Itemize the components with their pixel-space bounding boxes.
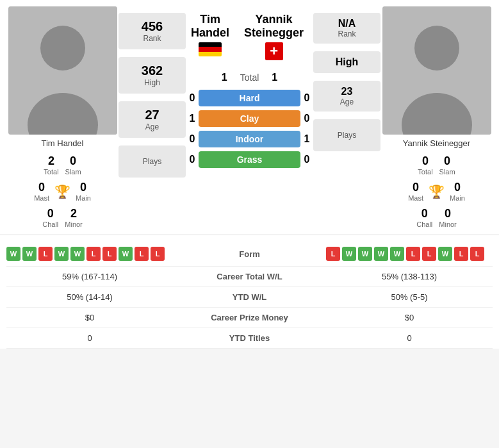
form-badge: W xyxy=(70,247,85,261)
player2-plays-lbl: Plays xyxy=(338,131,356,140)
form-badge: W xyxy=(6,247,20,261)
player1-mast-lbl: Mast xyxy=(34,194,49,202)
form-badge: L xyxy=(454,247,468,261)
stat-row: 59% (167-114) Career Total W/L 55% (138-… xyxy=(6,267,493,287)
form-badge: W xyxy=(342,247,356,261)
player2-slam-cell: 0 Slam xyxy=(439,154,455,176)
total-row: 1 Total 1 xyxy=(222,72,277,83)
player2-trophy-icon: 🏆 xyxy=(429,184,445,199)
player1-minor-cell: 2 Minor xyxy=(65,207,83,228)
player2-slam-val: 0 xyxy=(439,154,455,168)
svg-point-1 xyxy=(40,26,85,71)
stat-row: 50% (14-14) YTD W/L 50% (5-5) xyxy=(6,287,493,308)
hard-badge: Hard xyxy=(199,90,300,106)
form-badge: L xyxy=(326,247,340,261)
form-badge: L xyxy=(102,247,117,261)
hard-p1: 0 xyxy=(186,92,199,104)
player2-total-val: 0 xyxy=(418,154,432,168)
stat-p1-val: 0 xyxy=(6,333,173,343)
player1-rank-box: 456 Rank xyxy=(119,13,186,49)
indoor-row: 0 Indoor 1 xyxy=(186,131,313,147)
player2-minor-val: 0 xyxy=(439,207,457,220)
player1-main-val: 0 xyxy=(76,181,91,194)
form-row: WWLWWLLWLL Form LWWWWLLWLL xyxy=(6,242,493,267)
player2-main-cell: 0 Main xyxy=(450,181,465,202)
player1-trophy-icon: 🏆 xyxy=(54,184,70,199)
player2-high-val: High xyxy=(322,56,372,68)
total-label: Total xyxy=(240,72,259,83)
form-stats-section: WWLWWLLWLL Form LWWWWLLWLL 59% (167-114)… xyxy=(0,235,499,349)
player1-total-lbl: Total xyxy=(44,168,58,176)
player2-chall-val: 0 xyxy=(416,207,432,220)
player2-rank-val: N/A xyxy=(322,18,372,29)
stat-row: 0 YTD Titles 0 xyxy=(6,328,493,349)
form-badge: W xyxy=(438,247,452,261)
form-badge: W xyxy=(390,247,404,261)
player1-main-cell: 0 Main xyxy=(76,181,91,202)
stat-p2-val: 0 xyxy=(326,333,493,343)
player1-form: WWLWWLLWLL xyxy=(6,247,173,261)
player1-column: Tim Handel 2 Total 0 Slam 0 Mast 🏆 0 xyxy=(6,6,119,228)
player2-stats-col: N/A Rank High 23 Age Plays xyxy=(313,6,380,151)
player1-total-cell: 2 Total xyxy=(44,154,58,176)
form-badge: L xyxy=(422,247,436,261)
total-p1-score: 1 xyxy=(222,72,227,83)
svg-point-4 xyxy=(414,26,459,71)
player1-stats-col: 456 Rank 362 High 27 Age Plays xyxy=(119,6,186,178)
form-badge: L xyxy=(38,247,53,261)
player2-title: Yannik Steinegger xyxy=(234,13,313,40)
hard-p2: 0 xyxy=(300,92,313,104)
player1-main-lbl: Main xyxy=(76,194,91,202)
grass-row: 0 Grass 0 xyxy=(186,151,313,168)
player2-total-cell: 0 Total xyxy=(418,154,432,176)
player1-minor-lbl: Minor xyxy=(65,220,83,228)
player1-photo xyxy=(8,6,117,135)
player2-main-lbl: Main xyxy=(450,194,465,202)
grass-p2: 0 xyxy=(300,154,313,165)
player1-chall-lbl: Chall xyxy=(42,220,58,228)
form-badge: L xyxy=(470,247,484,261)
center-column: Tim Handel Yannik Steinegger 1 Total 1 xyxy=(186,6,313,168)
form-label: Form xyxy=(173,249,326,259)
stat-label: Career Total W/L xyxy=(173,272,326,281)
player2-column: Yannik Steinegger 0 Total 0 Slam 0 Mast … xyxy=(380,6,493,228)
form-badge: W xyxy=(54,247,69,261)
player2-chall-lbl: Chall xyxy=(416,220,432,228)
player1-mast-cell: 0 Mast xyxy=(34,181,49,202)
form-badge: W xyxy=(22,247,37,261)
match-container: Tim Handel 2 Total 0 Slam 0 Mast 🏆 0 xyxy=(0,0,499,349)
player2-header: Yannik Steinegger xyxy=(234,13,313,63)
form-badge: L xyxy=(135,247,149,261)
player1-high-lbl: High xyxy=(127,78,177,87)
player2-slam-lbl: Slam xyxy=(439,168,455,176)
hard-row: 0 Hard 0 xyxy=(186,90,313,106)
player1-age-box: 27 Age xyxy=(119,101,186,138)
player2-mast-cell: 0 Mast xyxy=(408,181,423,202)
player2-rank-lbl: Rank xyxy=(322,29,372,38)
player1-plays-box: Plays xyxy=(119,145,186,178)
player1-total-val: 2 xyxy=(44,154,58,168)
player1-mast-val: 0 xyxy=(34,181,49,194)
stats-rows: 59% (167-114) Career Total W/L 55% (138-… xyxy=(6,267,493,349)
player2-chall-cell: 0 Chall xyxy=(416,207,432,228)
stat-p2-val: $0 xyxy=(326,313,493,322)
player2-rank-box: N/A Rank xyxy=(313,13,380,44)
total-p2-score: 1 xyxy=(272,72,277,83)
stat-p1-val: 59% (167-114) xyxy=(6,272,173,281)
player2-form: LWWWWLLWLL xyxy=(326,247,493,261)
form-badge: L xyxy=(86,247,101,261)
stat-p2-val: 55% (138-113) xyxy=(326,272,493,281)
stat-label: YTD Titles xyxy=(173,333,326,343)
stat-p1-val: $0 xyxy=(6,313,173,322)
form-badge: L xyxy=(406,247,420,261)
indoor-p2: 1 xyxy=(300,133,313,145)
player2-name-label: Yannik Steinegger xyxy=(403,138,470,148)
stat-label: Career Prize Money xyxy=(173,313,326,322)
player1-rank-val: 456 xyxy=(127,19,177,34)
stat-p2-val: 50% (5-5) xyxy=(326,292,493,302)
player2-age-box: 23 Age xyxy=(313,81,380,112)
player1-slam-val: 0 xyxy=(65,154,81,168)
player2-minor-cell: 0 Minor xyxy=(439,207,457,228)
player1-chall-val: 0 xyxy=(42,207,58,220)
stat-label: YTD W/L xyxy=(173,292,326,302)
